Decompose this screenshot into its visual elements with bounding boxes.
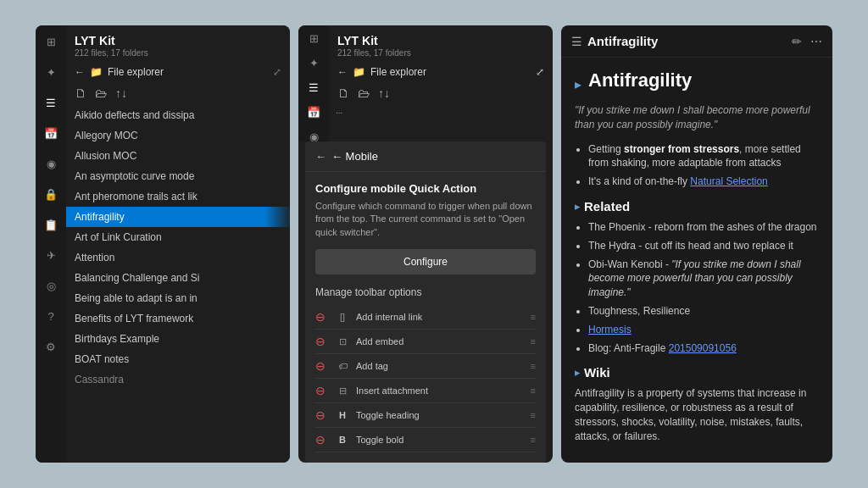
toolbar-option-embed[interactable]: ⊖ ⊡ Add embed ≡ <box>315 330 536 354</box>
sidebar-icon-star[interactable]: ✦ <box>42 63 60 81</box>
list-item[interactable]: An asymptotic curve mode <box>66 166 290 186</box>
panel2-file-item-1[interactable]: ... <box>329 103 553 118</box>
article-quote: "If you strike me down I shall become mo… <box>575 103 819 132</box>
mobile-header: ← ← Mobile <box>305 141 546 172</box>
sort-icon[interactable]: ↑↓ <box>115 86 127 100</box>
option-label-3: Add tag <box>356 361 524 371</box>
configure-button[interactable]: Configure <box>315 249 536 274</box>
sidebar-icon-circle[interactable]: ◉ <box>42 154 60 173</box>
list-item[interactable]: Art of Link Curation <box>66 227 290 247</box>
bullet-item-natural-selection: It's a kind of on-the-fly Natural Select… <box>588 175 819 189</box>
related-item-phoenix: The Phoenix - reborn from the ashes of t… <box>588 220 819 235</box>
sidebar2-icon-star[interactable]: ✦ <box>304 57 323 69</box>
related-item-toughness: Toughness, Resilience <box>588 304 819 319</box>
list-item-antifragility[interactable]: Antifragility <box>66 207 290 227</box>
panel2-back-arrow[interactable]: ← <box>337 66 348 78</box>
panel-antifragility: ☰ Antifragility ✏ ⋯ ▸ Antifragility "If … <box>561 25 832 463</box>
panel3-header: ☰ Antifragility ✏ ⋯ <box>561 25 832 58</box>
back-arrow-icon[interactable]: ← <box>75 66 85 78</box>
sidebar-icon-clipboard[interactable]: 📋 <box>42 215 60 234</box>
more-options-icon[interactable]: ⋯ <box>810 35 822 48</box>
mobile-config-desc: Configure which command to trigger when … <box>315 200 536 239</box>
natural-selection-link[interactable]: Natural Selection <box>690 175 767 187</box>
drag-handle-1[interactable]: ≡ <box>531 312 536 322</box>
toolbar-option-bold[interactable]: ⊖ B Toggle bold ≡ <box>315 428 536 452</box>
panel2-new-file-icon[interactable]: 🗋 <box>337 86 349 100</box>
panel2-folder-icon: 📁 <box>353 66 365 78</box>
sidebar-icon-gear[interactable]: ⚙ <box>42 337 60 356</box>
drag-handle-3[interactable]: ≡ <box>531 361 536 371</box>
mobile-config-title: Configure mobile Quick Action <box>315 182 536 195</box>
option-label-5: Toggle heading <box>356 410 524 420</box>
sidebar-icon-lock[interactable]: 🔒 <box>42 185 60 203</box>
list-item[interactable]: Balancing Challenge and Si <box>66 268 290 288</box>
article-title-section: ▸ Antifragility <box>575 69 819 98</box>
mobile-back-arrow[interactable]: ← <box>315 150 326 163</box>
sidebar2-icon-menu[interactable]: ☰ <box>304 81 323 94</box>
drag-handle-2[interactable]: ≡ <box>531 336 536 347</box>
panel2-new-folder-icon[interactable]: 🗁 <box>358 86 370 100</box>
drag-handle-5[interactable]: ≡ <box>531 410 536 420</box>
panel2-subtitle: 212 files, 17 folders <box>337 48 544 58</box>
toolbar-option-tag[interactable]: ⊖ 🏷 Add tag ≡ <box>315 354 536 379</box>
sidebar2-icon-grid[interactable]: ⊞ <box>304 32 323 45</box>
article-main-title: Antifragility <box>588 69 692 92</box>
list-item[interactable]: Attention <box>66 247 290 268</box>
hormesis-link[interactable]: Hormesis <box>588 324 632 336</box>
remove-icon-1: ⊖ <box>315 310 329 324</box>
drag-handle-6[interactable]: ≡ <box>531 435 536 445</box>
toolbar-option-heading[interactable]: ⊖ H Toggle heading ≡ <box>315 403 536 428</box>
toolbar-option-internal-link[interactable]: ⊖ [] Add internal link ≡ <box>315 305 536 330</box>
list-item[interactable]: Benefits of LYT framework <box>66 308 290 329</box>
panel2-file-bar: ← 📁 File explorer ⤢ <box>329 61 553 83</box>
option-box-1: [] <box>336 312 349 322</box>
mobile-title: ← Mobile <box>331 150 378 163</box>
panel2-file-list: ... <box>329 103 553 141</box>
list-item[interactable]: Cassandra <box>66 369 290 390</box>
wiki-text: Antifragility is a property of systems t… <box>575 386 819 443</box>
list-item[interactable]: Being able to adapt is an in <box>66 288 290 308</box>
edit-icon[interactable]: ✏ <box>792 35 802 48</box>
option-box-4: ⊟ <box>336 385 349 396</box>
expand-icon[interactable]: ⤢ <box>273 66 281 78</box>
remove-icon-4: ⊖ <box>315 384 329 397</box>
list-item[interactable]: Aikido deflects and dissipa <box>66 105 290 125</box>
panel2-expand-icon[interactable]: ⤢ <box>536 66 544 78</box>
new-file-icon[interactable]: 🗋 <box>75 86 86 100</box>
list-item[interactable]: Allusion MOC <box>66 146 290 166</box>
mobile-config-panel: ← ← Mobile Configure mobile Quick Action… <box>305 141 546 463</box>
sidebar-icon-target[interactable]: ◎ <box>42 276 60 295</box>
list-item[interactable]: BOAT notes <box>66 349 290 369</box>
sidebar-icon-plane[interactable]: ✈ <box>42 246 60 264</box>
panel-mobile-config: ⊞ ✦ ☰ 📅 ◉ LYT Kit 212 files, 17 folders … <box>298 25 553 463</box>
panel2-main-top: LYT Kit 212 files, 17 folders ← 📁 File e… <box>329 25 553 141</box>
sidebar-icon-menu[interactable]: ☰ <box>42 93 60 112</box>
sidebar-icon-grid[interactable]: ⊞ <box>42 32 60 51</box>
manage-toolbar-title: Manage toolbar options <box>315 286 536 298</box>
related-bullet-list: The Phoenix - reborn from the ashes of t… <box>575 220 819 355</box>
obiwan-quote: "If you strike me down I shall become mo… <box>588 258 801 299</box>
new-folder-icon[interactable]: 🗁 <box>95 86 107 100</box>
panel2-top-section: ⊞ ✦ ☰ 📅 ◉ LYT Kit 212 files, 17 folders … <box>298 25 553 141</box>
list-item[interactable]: Birthdays Example <box>66 329 290 349</box>
panel3-action-icons: ✏ ⋯ <box>792 35 822 48</box>
panel-file-explorer: ⊞ ✦ ☰ 📅 ◉ 🔒 📋 ✈ ◎ ? ⚙ LYT Kit 212 files,… <box>36 25 290 463</box>
remove-icon-3: ⊖ <box>315 359 329 373</box>
folder-icon: 📁 <box>90 66 103 78</box>
sidebar-icon-calendar[interactable]: 📅 <box>42 124 60 142</box>
panel-header: LYT Kit 212 files, 17 folders <box>66 25 290 61</box>
panel-title: LYT Kit <box>75 34 281 47</box>
blog-link[interactable]: 201509091056 <box>669 342 737 354</box>
intro-bullet-list: Getting stronger from stressors, more se… <box>575 142 819 189</box>
file-list: Aikido deflects and dissipa Allegory MOC… <box>66 105 290 463</box>
sidebar2-icon-calendar[interactable]: 📅 <box>304 106 323 119</box>
list-item[interactable]: Allegory MOC <box>66 125 290 146</box>
sidebar2-icon-circle[interactable]: ◉ <box>304 130 323 141</box>
toolbar-option-attachment[interactable]: ⊖ ⊟ Insert attachment ≡ <box>315 379 536 403</box>
panel2-sort-icon[interactable]: ↑↓ <box>378 86 390 100</box>
sidebar-icon-help[interactable]: ? <box>42 307 60 325</box>
drag-handle-4[interactable]: ≡ <box>531 385 536 396</box>
hamburger-icon[interactable]: ☰ <box>571 35 582 48</box>
panel3-title: Antifragility <box>587 34 787 48</box>
list-item[interactable]: Ant pheromone trails act lik <box>66 186 290 207</box>
